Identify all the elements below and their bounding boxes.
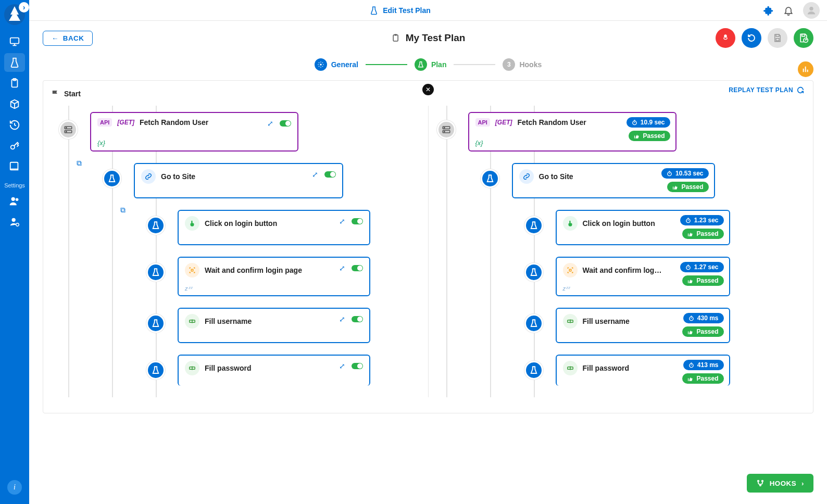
expand-icon[interactable]: ⤢ — [339, 264, 345, 272]
nav-monitor[interactable] — [4, 32, 25, 51]
step-wait[interactable]: Wait and confirm login page zᶻᶻ ⤢ — [178, 257, 370, 296]
step-username[interactable]: Fill username ⤢ — [178, 308, 370, 343]
result-password-label: Fill password — [583, 364, 629, 372]
status-chip: Passed — [682, 373, 723, 384]
svg-point-5 — [11, 197, 15, 201]
expand-icon[interactable]: ⤢ — [339, 315, 345, 323]
svg-rect-13 — [776, 39, 779, 41]
step-api[interactable]: API [GET] Fetch Random User {x} ⤢ — [90, 112, 298, 152]
expand-icon[interactable]: ⤢ — [312, 170, 318, 179]
api-tag: API — [475, 118, 490, 127]
step-password[interactable]: Fill password ⤢ — [178, 355, 370, 386]
time-chip: 10.53 sec — [661, 168, 708, 179]
flask-icon — [524, 216, 543, 235]
enable-toggle[interactable] — [352, 265, 363, 271]
time-chip: 1.23 sec — [680, 215, 724, 225]
status-chip: Passed — [682, 326, 723, 337]
close-split-button[interactable]: ✕ — [422, 84, 434, 95]
report-button[interactable] — [798, 61, 813, 77]
nav-history[interactable] — [4, 116, 25, 134]
edit-column: API [GET] Fetch Random User {x} ⤢ ⧉ — [51, 106, 428, 397]
result-goto-label: Go to Site — [539, 172, 573, 181]
flag-icon — [51, 89, 60, 98]
avatar[interactable] — [803, 2, 820, 19]
time-chip: 413 ms — [683, 360, 724, 370]
copy-icon[interactable]: ⧉ — [120, 206, 126, 215]
result-password[interactable]: Fill password 413 ms Passed — [556, 355, 730, 386]
expand-icon[interactable]: ⤢ — [267, 119, 273, 128]
replay-button[interactable]: REPLAY TEST PLAN — [729, 86, 805, 94]
svg-rect-12 — [776, 34, 779, 36]
enable-toggle[interactable] — [280, 120, 291, 127]
expand-icon[interactable]: ⤢ — [339, 362, 345, 370]
record-button[interactable] — [716, 28, 735, 48]
clipboard-icon — [391, 33, 400, 43]
enable-toggle[interactable] — [324, 171, 336, 178]
save-button[interactable] — [768, 28, 787, 48]
step-plan[interactable]: Plan — [415, 58, 447, 71]
link-icon — [141, 169, 156, 184]
enable-toggle[interactable] — [352, 363, 363, 369]
step-password-label: Fill password — [205, 364, 251, 372]
flask-icon — [524, 361, 543, 380]
reset-button[interactable] — [742, 28, 761, 48]
enable-toggle[interactable] — [352, 316, 363, 322]
step-general[interactable]: General — [315, 58, 358, 71]
enable-toggle[interactable] — [352, 218, 363, 224]
time-chip: 10.9 sec — [626, 117, 670, 128]
step-click-login[interactable]: Click on login button ⤢ — [178, 210, 370, 245]
step-hooks[interactable]: 3 Hooks — [503, 58, 542, 71]
nav-tests[interactable] — [4, 53, 25, 72]
step-username-label: Fill username — [205, 317, 252, 325]
input-icon — [185, 314, 199, 329]
stepper: General Plan 3 Hooks — [43, 58, 813, 71]
nav-clipboard[interactable] — [4, 74, 25, 93]
result-api-label: Fetch Random User — [518, 118, 586, 127]
step-click-label: Click on login button — [205, 219, 277, 228]
step-hooks-number: 3 — [503, 58, 515, 71]
result-api[interactable]: API [GET] Fetch Random User {x} 10.9 sec… — [468, 112, 676, 152]
flask-icon — [103, 169, 121, 188]
plan-canvas: REPLAY TEST PLAN ✕ Start API — [43, 80, 813, 413]
sleep-indicator: zᶻᶻ — [563, 285, 570, 292]
back-button[interactable]: ← BACK — [43, 31, 93, 46]
copy-icon[interactable]: ⧉ — [77, 159, 82, 168]
server-icon — [437, 120, 456, 139]
app-logo[interactable]: › — [3, 3, 26, 26]
extension-icon[interactable] — [763, 5, 774, 16]
status-chip: Passed — [667, 182, 708, 192]
link-icon — [519, 169, 534, 184]
result-click[interactable]: Click on login button 1.23 sec Passed — [556, 210, 730, 245]
step-wait-label: Wait and confirm login page — [205, 266, 302, 274]
nav-users[interactable] — [4, 192, 25, 210]
time-chip: 430 ms — [683, 313, 724, 323]
nav-user-settings[interactable] — [4, 212, 25, 231]
bell-icon[interactable] — [783, 5, 794, 16]
svg-point-4 — [11, 145, 15, 149]
svg-point-25 — [444, 128, 445, 129]
expand-icon[interactable]: ⤢ — [339, 217, 345, 225]
arrow-left-icon: ← — [52, 34, 59, 42]
nav-keys[interactable] — [4, 136, 25, 155]
thumb-icon — [634, 133, 640, 139]
status-chip: Passed — [629, 131, 670, 141]
nav-docs[interactable] — [4, 157, 25, 176]
sleep-indicator: zᶻᶻ — [185, 285, 192, 292]
step-connector — [454, 64, 495, 65]
flask-icon — [481, 169, 499, 188]
nav-package[interactable] — [4, 95, 25, 114]
expand-rail-icon[interactable]: › — [19, 2, 29, 12]
svg-point-32 — [690, 317, 693, 320]
timer-icon — [632, 120, 637, 125]
save-run-button[interactable] — [794, 28, 813, 48]
result-wait[interactable]: Wait and confirm log… zᶻᶻ 1.27 sec Passe… — [556, 257, 730, 296]
result-goto[interactable]: Go to Site 10.53 sec Passed — [512, 163, 715, 198]
svg-rect-1 — [10, 38, 19, 44]
step-general-label: General — [331, 60, 358, 69]
step-plan-label: Plan — [431, 60, 447, 69]
result-username[interactable]: Fill username 430 ms Passed — [556, 308, 730, 343]
time-chip: 1.27 sec — [680, 262, 724, 272]
back-label: BACK — [63, 34, 84, 42]
step-goto[interactable]: Go to Site ⤢ — [134, 163, 343, 198]
refresh-icon — [796, 86, 805, 94]
